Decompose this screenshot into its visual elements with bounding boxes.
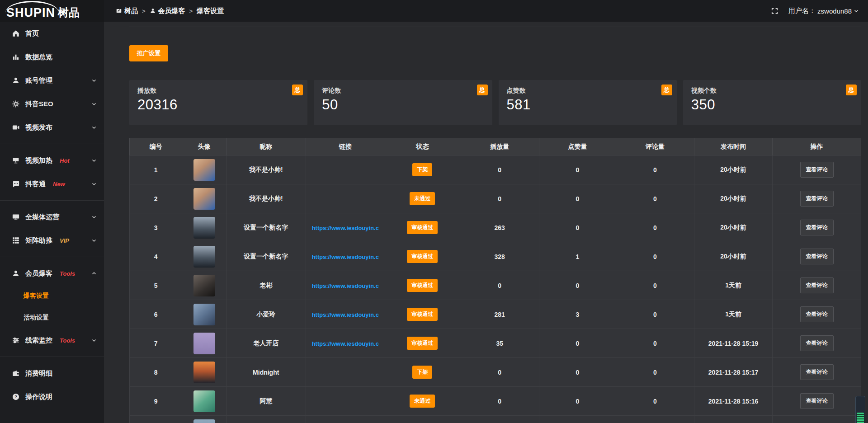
person-icon <box>150 8 156 14</box>
sidebar-subitem-baoke-settings[interactable]: 爆客设置 <box>0 285 104 307</box>
sidebar-item-label: 抖客通 <box>25 180 46 188</box>
col-header-comments: 评论量 <box>616 138 694 155</box>
cell-nickname: 设置一个新名字 <box>226 213 306 242</box>
avatar <box>193 304 215 325</box>
video-link[interactable]: https://www.iesdouyin.c <box>312 340 379 347</box>
sidebar-item-douyin-seo[interactable]: 抖音SEO <box>0 92 104 116</box>
view-comments-button[interactable]: 查看评论 <box>800 249 834 264</box>
table-row: 1 我不是小帅! 下架 0 0 0 20小时前 查看评论 <box>130 155 861 184</box>
cell-time: 1天前 <box>694 271 773 300</box>
col-header-status: 状态 <box>385 138 460 155</box>
chevron-up-icon <box>91 271 97 276</box>
total-badge: 总 <box>846 85 857 95</box>
video-link[interactable]: https://www.iesdouyin.c <box>312 225 379 231</box>
sidebar-subitem-activity-settings[interactable]: 活动设置 <box>0 307 104 329</box>
sidebar-item-label: 全媒体运营 <box>25 213 59 221</box>
monitor-icon <box>12 213 20 221</box>
vip-tag: VIP <box>60 237 69 244</box>
cell-comments: 0 <box>616 358 694 387</box>
sidebar-item-label: 线索监控 <box>25 336 52 345</box>
breadcrumb-separator: > <box>142 8 146 14</box>
table-row-partial <box>130 416 861 423</box>
cell-comments: 0 <box>616 300 694 329</box>
status-badge: 审核通过 <box>407 250 438 263</box>
cell-id: 1 <box>130 155 182 184</box>
cell-plays: 0 <box>460 387 539 416</box>
sidebar-item-label: 视频发布 <box>25 123 52 132</box>
avatar <box>193 159 215 181</box>
grid-icon <box>12 236 20 244</box>
fullscreen-icon[interactable] <box>771 7 778 15</box>
promotion-settings-button[interactable]: 推广设置 <box>129 45 168 61</box>
floating-widget[interactable] <box>855 396 865 423</box>
sidebar-item-label: 会员爆客 <box>25 269 52 278</box>
table-row: 2 我不是小帅! 未通过 0 0 0 20小时前 查看评论 <box>130 184 861 213</box>
sidebar-item-data-overview[interactable]: 数据总览 <box>0 45 104 69</box>
col-header-actions: 操作 <box>773 138 861 155</box>
user-icon <box>12 76 20 85</box>
cell-plays: 328 <box>460 242 539 271</box>
tools-tag: Tools <box>60 337 75 344</box>
cell-time: 20小时前 <box>694 184 773 213</box>
cell-time: 2021-11-28 15:16 <box>694 387 773 416</box>
breadcrumb-item-baoke-settings: 爆客设置 <box>197 7 224 15</box>
col-header-plays: 播放量 <box>460 138 539 155</box>
sidebar-item-member-baoke[interactable]: 会员爆客 Tools <box>0 262 104 285</box>
home-icon <box>12 29 20 38</box>
cell-time: 20小时前 <box>694 213 773 242</box>
sidebar-item-clue-monitor[interactable]: 线索监控 Tools <box>0 329 104 352</box>
sidebar-item-video-publish[interactable]: 视频发布 <box>0 116 104 139</box>
main-content: 推广设置 播放数 20316 总 评论数 50 总 点赞数 581 总 视频个数… <box>104 27 868 423</box>
cell-plays: 0 <box>460 155 539 184</box>
view-comments-button[interactable]: 查看评论 <box>800 191 834 207</box>
col-header-id: 编号 <box>130 138 182 155</box>
cell-id: 5 <box>130 271 182 300</box>
stat-value: 350 <box>691 97 853 113</box>
sidebar-item-label: 矩阵助推 <box>25 236 52 245</box>
video-link[interactable]: https://www.iesdouyin.c <box>312 311 379 318</box>
cell-nickname: 老人开店 <box>226 329 306 358</box>
cell-time <box>694 416 773 423</box>
view-comments-button[interactable]: 查看评论 <box>800 220 834 235</box>
sidebar-item-account-management[interactable]: 账号管理 <box>0 69 104 92</box>
sidebar-item-matrix-boost[interactable]: 矩阵助推 VIP <box>0 229 104 252</box>
chevron-down-icon <box>854 8 859 14</box>
view-comments-button[interactable]: 查看评论 <box>800 335 834 351</box>
col-header-likes: 点赞量 <box>539 138 616 155</box>
sidebar-item-label: 消费明细 <box>25 369 52 378</box>
cell-time: 20小时前 <box>694 155 773 184</box>
video-link[interactable]: https://www.iesdouyin.c <box>312 254 379 260</box>
sidebar-divider <box>0 200 104 201</box>
view-comments-button[interactable]: 查看评论 <box>800 393 834 409</box>
sidebar-item-label: 数据总览 <box>25 53 52 61</box>
status-badge: 下架 <box>412 163 432 176</box>
cell-nickname: 小爱玲 <box>226 300 306 329</box>
video-link[interactable]: https://www.iesdouyin.c <box>312 282 379 289</box>
chevron-down-icon <box>91 214 97 220</box>
view-comments-button[interactable]: 查看评论 <box>800 277 834 293</box>
chevron-down-icon <box>91 338 97 343</box>
sidebar-item-consumption-detail[interactable]: 消费明细 <box>0 362 104 385</box>
username-prefix: 用户名： <box>788 7 816 15</box>
sidebar-item-operation-guide[interactable]: ? 操作说明 <box>0 385 104 409</box>
sidebar-item-video-heat[interactable]: 视频加热 Hot <box>0 149 104 172</box>
sidebar-item-all-media-operation[interactable]: 全媒体运营 <box>0 205 104 229</box>
view-comments-button[interactable]: 查看评论 <box>800 364 834 380</box>
user-dropdown[interactable]: 用户名： zswodun88 <box>788 7 859 15</box>
cell-comments: 0 <box>616 213 694 242</box>
cell-nickname: 设置一个新名字 <box>226 242 306 271</box>
cell-nickname: 老彬 <box>226 271 306 300</box>
view-comments-button[interactable]: 查看评论 <box>800 162 834 178</box>
sidebar-item-doketong[interactable]: 抖客通 New <box>0 172 104 196</box>
cell-id: 9 <box>130 387 182 416</box>
breadcrumb-item-member-baoke[interactable]: 会员爆客 <box>150 7 185 15</box>
gear-icon <box>12 100 20 108</box>
chevron-down-icon <box>91 158 97 163</box>
cell-plays <box>460 416 539 423</box>
stat-cards: 播放数 20316 总 评论数 50 总 点赞数 581 总 视频个数 350 … <box>129 80 861 125</box>
view-comments-button[interactable]: 查看评论 <box>800 306 834 322</box>
sidebar-item-label: 抖音SEO <box>25 100 53 108</box>
cell-time: 1天前 <box>694 300 773 329</box>
breadcrumb-item-shupin[interactable]: 树品 <box>116 7 138 15</box>
sidebar-item-home[interactable]: 首页 <box>0 22 104 45</box>
